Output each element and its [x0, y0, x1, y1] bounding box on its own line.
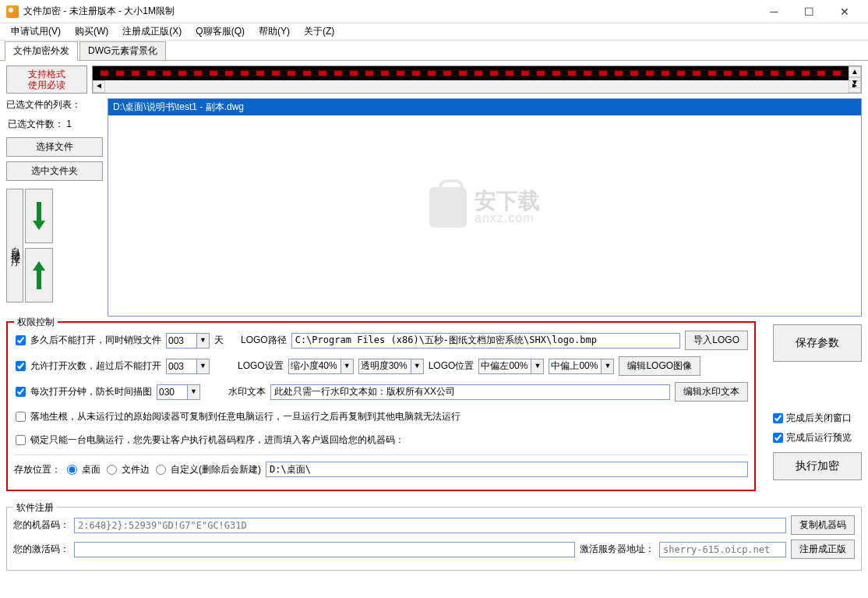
activate-code-input[interactable] — [74, 542, 575, 557]
format-help-button[interactable]: 支持格式 使用必读 — [6, 65, 87, 94]
open-count-checkbox[interactable]: 允许打开次数，超过后不能打开 — [14, 359, 161, 373]
chevron-down-icon[interactable]: ▼ — [188, 384, 200, 400]
preview-after-checkbox[interactable]: 完成后运行预览 — [773, 431, 862, 444]
scroll-up-icon[interactable]: ▲ — [849, 66, 861, 77]
list-item[interactable]: D:\桌面\说明书\test1 - 副本.dwg — [108, 99, 861, 115]
lock-icon — [429, 187, 467, 228]
menu-service[interactable]: Q聊客服(Q) — [189, 23, 251, 40]
single-pc-checkbox[interactable]: 锁定只能一台电脑运行，您先要让客户执行机器码程序，进而填入客户返回给您的机器码： — [14, 433, 404, 447]
logo-position-label: LOGO位置 — [429, 359, 475, 373]
selected-list-label: 已选文件的列表： — [6, 98, 103, 111]
loc-custom-radio[interactable]: 自定义(删除后会新建) — [154, 463, 261, 476]
maximize-button[interactable]: ☐ — [792, 1, 827, 23]
close-button[interactable]: ✕ — [827, 1, 862, 23]
loc-fileside-radio[interactable]: 文件边 — [105, 463, 150, 476]
save-params-button[interactable]: 保存参数 — [773, 324, 862, 362]
file-list[interactable]: D:\桌面\说明书\test1 - 副本.dwg 安下载 anxz.com — [108, 98, 862, 317]
logo-posx-combo[interactable]: ▼ — [478, 359, 544, 374]
expire-days-combo[interactable]: ▼ — [166, 333, 210, 349]
open-count-combo[interactable]: ▼ — [166, 359, 210, 374]
edit-watermark-button[interactable]: 编辑水印文本 — [675, 382, 748, 402]
activation-server-label: 激活服务器地址： — [580, 543, 655, 556]
menu-about[interactable]: 关于(Z) — [298, 23, 340, 40]
tab-dwg-background[interactable]: DWG元素背景化 — [79, 41, 166, 60]
menu-bar: 申请试用(V) 购买(W) 注册成正版(X) Q聊客服(Q) 帮助(Y) 关于(… — [0, 23, 868, 41]
window-title: 文件加密 - 未注册版本 - 大小1M限制 — [23, 5, 757, 18]
chevron-down-icon[interactable]: ▼ — [602, 359, 614, 374]
logo-scale-combo[interactable]: ▼ — [288, 359, 354, 374]
tab-bar: 文件加密外发 DWG元素背景化 — [0, 41, 868, 61]
menu-help[interactable]: 帮助(Y) — [252, 23, 296, 40]
chevron-down-icon[interactable]: ▼ — [341, 359, 354, 374]
logo-settings-label: LOGO设置 — [238, 359, 284, 373]
menu-register[interactable]: 注册成正版(X) — [116, 23, 188, 40]
arrow-down-icon — [32, 200, 46, 232]
scroll-left-icon[interactable]: ◄ — [93, 80, 105, 93]
import-logo-button[interactable]: 导入LOGO — [685, 331, 748, 350]
menu-trial[interactable]: 申请试用(V) — [5, 23, 67, 40]
execute-encrypt-button[interactable]: 执行加密 — [773, 452, 862, 480]
logo-transparency-combo[interactable]: ▼ — [358, 359, 424, 374]
copy-machine-code-button[interactable]: 复制机器码 — [791, 515, 855, 535]
app-icon — [6, 5, 19, 18]
arrow-up-icon — [32, 260, 46, 291]
register-group: 软件注册 您的机器码： 复制机器码 您的激活码： 激活服务器地址： 注册成正版 — [6, 507, 862, 571]
minimize-button[interactable]: ─ — [757, 1, 792, 23]
chevron-down-icon[interactable]: ▼ — [197, 359, 210, 374]
logo-path-label: LOGO路径 — [241, 334, 287, 347]
save-path-input[interactable] — [266, 462, 748, 477]
watermark: 安下载 anxz.com — [429, 187, 540, 228]
permission-legend: 权限控制 — [14, 316, 58, 329]
ruler-panel: ◄ ► ▲ ▼ — [92, 65, 862, 94]
loc-desktop-radio[interactable]: 桌面 — [65, 463, 101, 476]
open-minutes-checkbox[interactable]: 每次打开分钟，防长时间描图 — [14, 385, 152, 398]
file-count-value: 1 — [66, 119, 72, 129]
open-minutes-combo[interactable]: ▼ — [157, 384, 200, 400]
activate-code-label: 您的激活码： — [13, 543, 69, 556]
watermark-text-input[interactable] — [270, 384, 670, 400]
logo-path-input[interactable] — [291, 333, 681, 349]
edit-logo-button[interactable]: 编辑LOGO图像 — [619, 356, 700, 376]
close-after-checkbox[interactable]: 完成后关闭窗口 — [773, 412, 862, 425]
move-down-button[interactable] — [25, 189, 53, 243]
move-up-button[interactable] — [25, 248, 53, 303]
chevron-down-icon[interactable]: ▼ — [197, 333, 210, 349]
logo-posy-combo[interactable]: ▼ — [549, 359, 614, 374]
file-count-label: 已选文件数： — [8, 119, 64, 129]
scroll-down-icon[interactable]: ▼ — [849, 77, 861, 88]
chevron-down-icon[interactable]: ▼ — [531, 359, 544, 374]
chevron-down-icon[interactable]: ▼ — [411, 359, 424, 374]
permission-group: 权限控制 多久后不能打开，同时销毁文件 ▼ 天 LOGO路径 导入LOGO 允许… — [6, 321, 756, 491]
select-file-button[interactable]: 选择文件 — [6, 137, 103, 157]
expire-checkbox[interactable]: 多久后不能打开，同时销毁文件 — [14, 334, 161, 347]
activation-server-input[interactable] — [659, 542, 786, 557]
hscrollbar[interactable]: ◄ ► — [93, 80, 861, 93]
watermark-text-label: 水印文本 — [228, 385, 266, 398]
machine-code-label: 您的机器码： — [13, 518, 69, 532]
menu-buy[interactable]: 购买(W) — [69, 23, 115, 40]
ruler-strip — [93, 66, 861, 80]
select-folder-button[interactable]: 选中文件夹 — [6, 161, 103, 181]
tab-encrypt-send[interactable]: 文件加密外发 — [5, 41, 78, 61]
register-full-button[interactable]: 注册成正版 — [791, 540, 855, 559]
vscrollbar[interactable]: ▲ ▼ — [849, 66, 861, 80]
machine-code-input[interactable] — [74, 518, 786, 533]
save-location-label: 存放位置： — [14, 463, 61, 476]
auto-sort-label: 自动排序 — [6, 189, 23, 303]
root-lock-checkbox[interactable]: 落地生根，从未运行过的原始阅读器可复制到任意电脑运行，一旦运行之后再复制到其他电… — [14, 410, 460, 423]
register-legend: 软件注册 — [13, 501, 57, 515]
